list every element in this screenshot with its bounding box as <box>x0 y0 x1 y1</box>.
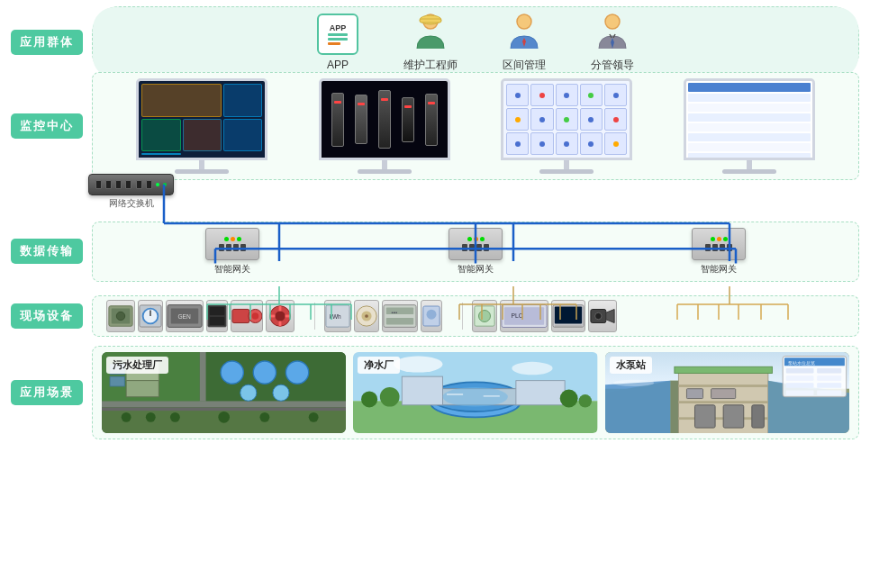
gw3-port3 <box>720 244 725 251</box>
svg-point-88 <box>380 387 400 407</box>
gw3-port1 <box>705 244 711 251</box>
ns-port-1 <box>95 180 102 189</box>
screen-2-stand <box>382 160 387 169</box>
device-camera <box>588 300 617 332</box>
svg-rect-59 <box>200 352 206 401</box>
ns-port-4 <box>125 180 131 189</box>
svg-rect-52 <box>555 306 582 323</box>
svg-point-5 <box>605 14 620 29</box>
gw1-led1 <box>224 237 229 241</box>
switch-label: 网络交换机 <box>109 197 154 210</box>
gateway-3-device <box>692 228 746 260</box>
svg-text:泵站水位总览: 泵站水位总览 <box>788 359 815 365</box>
screen-2 <box>319 78 450 160</box>
svg-rect-26 <box>232 309 249 322</box>
svg-point-63 <box>253 361 276 384</box>
users-label-text: 应用群体 <box>11 30 83 55</box>
gw2-port1 <box>462 244 467 251</box>
zone-label: 区间管理 <box>503 58 546 73</box>
label-scenes: 应用场景 <box>11 380 83 405</box>
devices-content: GEN <box>92 295 859 337</box>
gw2-led3 <box>480 237 485 241</box>
svg-point-66 <box>273 384 289 401</box>
pump-title: 水泵站 <box>610 357 652 374</box>
svg-point-3 <box>517 14 531 29</box>
user-zone: 区间管理 <box>503 13 546 73</box>
scene-clean: 净水厂 <box>353 352 597 433</box>
gateway-3-label: 智能网关 <box>701 263 737 276</box>
svg-rect-85 <box>516 380 565 404</box>
svg-point-28 <box>252 312 259 320</box>
svg-rect-42 <box>386 317 413 324</box>
svg-point-45 <box>427 309 437 319</box>
svg-point-62 <box>221 361 243 384</box>
device-blower <box>266 300 295 332</box>
screen-4 <box>684 78 815 160</box>
svg-rect-58 <box>102 401 346 407</box>
svg-point-56 <box>595 312 603 320</box>
svg-point-78 <box>309 412 319 422</box>
engineer-label: 维护工程师 <box>403 58 458 73</box>
svg-rect-114 <box>817 375 841 380</box>
device-power-meter: kWh <box>324 300 351 332</box>
gateway-2: 智能网关 <box>449 228 503 276</box>
monitors-content <box>92 72 859 180</box>
devices-inner: GEN <box>93 296 858 336</box>
network-switch-area: 网络交换机 <box>88 174 174 210</box>
screen-3-stand <box>564 160 569 169</box>
gateway-2-device <box>449 228 503 260</box>
row-scenes: 应用场景 <box>11 344 859 441</box>
data-label-text: 数据传输 <box>11 239 83 264</box>
device-controller: •••• <box>382 300 418 332</box>
device-sensor <box>354 300 379 332</box>
svg-rect-105 <box>751 405 764 428</box>
gw3-led3 <box>723 237 728 241</box>
gateway-2-label: 智能网关 <box>458 263 494 276</box>
clean-title: 净水厂 <box>358 357 400 374</box>
svg-rect-72 <box>102 407 346 411</box>
svg-rect-112 <box>817 368 841 373</box>
svg-text:GEN: GEN <box>177 312 191 319</box>
user-app: APP APP <box>317 14 358 71</box>
svg-point-90 <box>579 394 592 407</box>
gw2-led2 <box>474 237 478 241</box>
monitor-1 <box>136 78 267 174</box>
screen-4-content <box>686 81 812 158</box>
device-transducer <box>421 300 442 332</box>
switch-connector-row: 网络交换机 <box>11 171 859 212</box>
screen-3-content <box>503 81 630 158</box>
gateway-3: 智能网关 <box>692 228 746 276</box>
screen-1 <box>136 78 267 160</box>
app-label: APP <box>327 59 349 71</box>
engineer-icon <box>410 13 451 54</box>
users-content: APP APP <box>92 6 859 79</box>
monitor-2 <box>319 78 450 174</box>
gw2-port2 <box>469 244 475 251</box>
ns-led-2 <box>163 183 167 186</box>
device-plc: PLC <box>500 300 548 332</box>
svg-rect-115 <box>785 383 813 387</box>
device-pump <box>231 300 263 332</box>
svg-text:PLC: PLC <box>512 312 523 318</box>
screen-1-stand <box>199 160 204 169</box>
svg-rect-99 <box>678 384 767 387</box>
svg-point-76 <box>218 412 230 423</box>
svg-point-65 <box>240 384 257 401</box>
scene-sewage: 污水处理厂 <box>102 352 346 433</box>
svg-rect-100 <box>678 401 767 403</box>
gateway-1: 智能网关 <box>205 228 259 276</box>
svg-point-102 <box>613 380 654 386</box>
user-engineer: 维护工程师 <box>403 13 458 73</box>
svg-rect-107 <box>711 388 735 398</box>
svg-point-91 <box>394 356 443 372</box>
gw2-port4 <box>484 244 489 251</box>
svg-point-73 <box>122 412 131 422</box>
ns-port-6 <box>146 180 152 189</box>
svg-rect-25 <box>210 316 225 324</box>
devices-label-text: 现场设备 <box>11 303 83 329</box>
svg-rect-53 <box>555 325 582 327</box>
device-meter <box>138 300 163 332</box>
svg-rect-98 <box>675 366 773 373</box>
gw3-led2 <box>717 237 721 241</box>
svg-rect-111 <box>785 368 813 373</box>
